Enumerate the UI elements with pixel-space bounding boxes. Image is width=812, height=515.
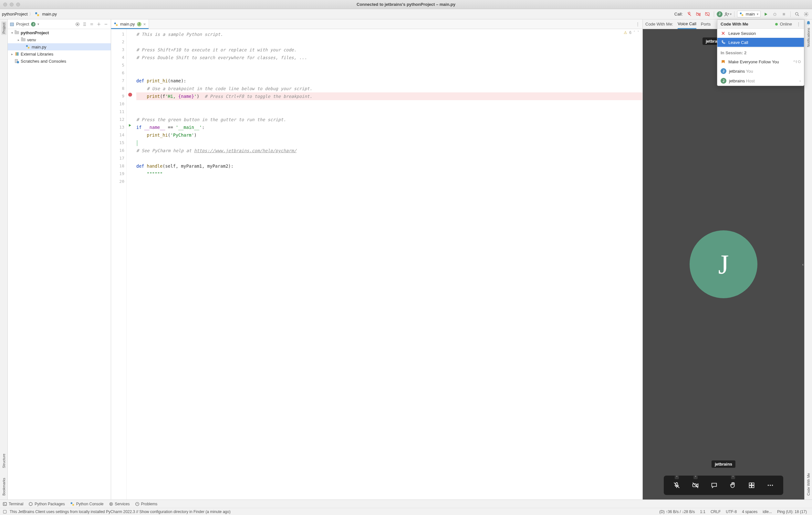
tree-file-main[interactable]: main.py: [8, 43, 111, 50]
expand-all-button[interactable]: [82, 21, 88, 27]
camera-off-icon[interactable]: [694, 10, 702, 18]
status-line-ending[interactable]: CRLF: [710, 510, 721, 514]
breakpoint-icon[interactable]: [128, 92, 133, 97]
call-label: Call:: [674, 11, 683, 17]
breadcrumb[interactable]: pythonProject 〉 main.py: [2, 11, 57, 17]
editor-body[interactable]: 1234567891011121314151617181920 # This i…: [111, 29, 642, 499]
status-message[interactable]: This JetBrains Client uses settings from…: [10, 510, 231, 514]
close-window-button[interactable]: [3, 3, 7, 6]
status-indent[interactable]: 4 spaces: [742, 510, 757, 514]
terminal-button[interactable]: Terminal: [3, 502, 23, 506]
warning-icon: ⚠: [624, 30, 627, 35]
python-console-button[interactable]: Python Console: [70, 502, 104, 506]
user-avatar[interactable]: J: [717, 11, 723, 17]
tree-scratches[interactable]: Scratches and Consoles: [8, 58, 111, 65]
collapse-all-button[interactable]: [89, 21, 95, 27]
camera-toggle-button[interactable]: ˄: [690, 480, 701, 491]
stripe-structure[interactable]: Structure: [2, 454, 6, 468]
project-tree[interactable]: ▾ pythonProject ▸ venv main.py ▸ Externa…: [8, 29, 111, 499]
settings-button[interactable]: [802, 10, 810, 18]
chevron-down-icon[interactable]: ▾: [37, 22, 39, 26]
python-packages-button[interactable]: Python Packages: [28, 502, 65, 506]
more-options-button[interactable]: [764, 480, 776, 491]
collapse-panel-button[interactable]: ‹: [802, 261, 804, 268]
chat-button[interactable]: [708, 480, 720, 491]
close-icon: [721, 31, 726, 36]
notifications-button[interactable]: [806, 19, 811, 26]
select-opened-file-button[interactable]: [75, 21, 81, 27]
user1-role: You: [746, 69, 753, 74]
session-user-host[interactable]: J jetbrains Host ›: [717, 76, 804, 86]
window-controls: [0, 3, 20, 6]
screenshare-off-icon[interactable]: [703, 10, 711, 18]
debug-button[interactable]: [771, 10, 779, 18]
problems-button[interactable]: Problems: [135, 502, 157, 506]
run-config-selector[interactable]: main ▾: [737, 11, 761, 18]
mic-toggle-button[interactable]: ˄: [671, 480, 683, 491]
breadcrumb-file[interactable]: main.py: [42, 11, 57, 17]
svg-point-31: [770, 485, 771, 486]
run-button[interactable]: [762, 10, 770, 18]
chevron-right-icon: ›: [800, 79, 801, 83]
chevron-up-icon[interactable]: ˄: [731, 476, 735, 479]
breadcrumb-project[interactable]: pythonProject: [2, 11, 28, 17]
svg-point-30: [768, 485, 769, 486]
layout-button[interactable]: [746, 480, 757, 491]
chevron-down-icon[interactable]: ˅: [637, 30, 639, 35]
warning-count: 6: [629, 30, 632, 35]
svg-point-14: [98, 24, 99, 25]
python-file-icon: [114, 22, 118, 27]
status-caret-pos[interactable]: 1:1: [700, 510, 705, 514]
breadcrumb-separator: 〉: [29, 11, 33, 17]
svg-point-13: [77, 24, 78, 25]
code-content[interactable]: # This is a sample Python script. # Pres…: [134, 29, 642, 499]
python-packages-label: Python Packages: [34, 502, 65, 506]
tab-voice-call[interactable]: Voice Call: [678, 19, 696, 29]
stop-button[interactable]: [780, 10, 788, 18]
follow-shortcut: ^⇧O: [793, 60, 801, 64]
close-tab-button[interactable]: ×: [143, 22, 146, 27]
services-button[interactable]: Services: [109, 502, 130, 506]
leave-call-item[interactable]: Leave Call: [717, 38, 804, 47]
chevron-up-icon[interactable]: ˄: [693, 476, 698, 479]
stripe-code-with-me[interactable]: Code With Me: [807, 473, 810, 496]
editor-tabs: main.py J × ⋮: [111, 19, 642, 29]
tree-ext-libs[interactable]: ▸ External Libraries: [8, 50, 111, 58]
tree-root[interactable]: ▾ pythonProject: [8, 29, 111, 36]
gutter-marks[interactable]: [126, 29, 134, 499]
leave-session-item[interactable]: Leave Session: [717, 29, 804, 38]
status-idle[interactable]: idle...: [762, 510, 772, 514]
python-icon: [739, 12, 744, 17]
raise-hand-button[interactable]: ˄: [727, 480, 739, 491]
cwm-popup-options[interactable]: ⋮: [796, 22, 801, 27]
minimize-window-button[interactable]: [10, 3, 13, 6]
code-with-me-panel: Code With Me: Voice Call Ports jetbrains…: [643, 19, 804, 499]
chevron-up-icon[interactable]: ˄: [675, 476, 679, 479]
zoom-window-button[interactable]: [16, 3, 20, 6]
stripe-notifications[interactable]: Notifications: [807, 28, 810, 47]
status-ping[interactable]: Ping (UI): 18 (17): [777, 510, 807, 514]
user1-name: jetbrains: [729, 69, 745, 74]
panel-options-button[interactable]: [96, 21, 102, 27]
search-button[interactable]: [793, 10, 801, 18]
tab-ports[interactable]: Ports: [701, 19, 710, 29]
editor-tab-badge: J: [137, 22, 142, 27]
inspection-widget[interactable]: ⚠ 6 ˄ ˅: [624, 30, 639, 35]
editor-tab-main[interactable]: main.py J ×: [111, 19, 149, 29]
run-gutter-icon[interactable]: [128, 123, 133, 128]
stripe-project[interactable]: Project: [1, 21, 6, 35]
status-encoding[interactable]: UTF-8: [726, 510, 737, 514]
chevron-up-icon[interactable]: ˄: [633, 30, 635, 35]
mic-muted-icon[interactable]: [686, 10, 693, 18]
status-network[interactable]: (D) ↑36 B/s / ↓28 B/s: [659, 510, 695, 514]
svg-rect-17: [16, 52, 17, 56]
add-user-dropdown[interactable]: ▾: [724, 10, 731, 18]
status-icon[interactable]: [3, 510, 7, 514]
stripe-bookmarks[interactable]: Bookmarks: [2, 478, 6, 496]
hide-panel-button[interactable]: [103, 21, 109, 27]
left-tool-stripe: Project Structure Bookmarks: [0, 19, 8, 499]
session-user-you[interactable]: J jetbrains You: [717, 66, 804, 76]
editor-tab-options[interactable]: ⋮: [633, 22, 642, 27]
tree-venv[interactable]: ▸ venv: [8, 36, 111, 43]
follow-item[interactable]: Make Everyone Follow You ^⇧O: [717, 57, 804, 66]
